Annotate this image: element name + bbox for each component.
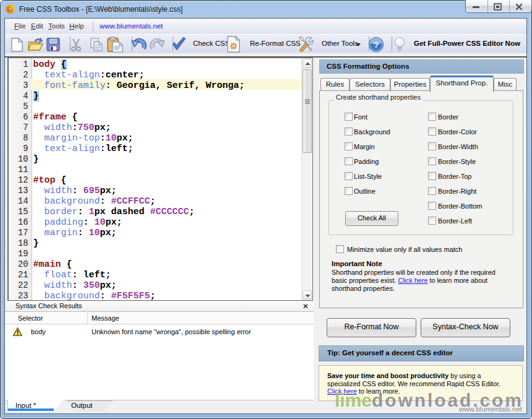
svg-text:?: ? bbox=[374, 40, 379, 50]
